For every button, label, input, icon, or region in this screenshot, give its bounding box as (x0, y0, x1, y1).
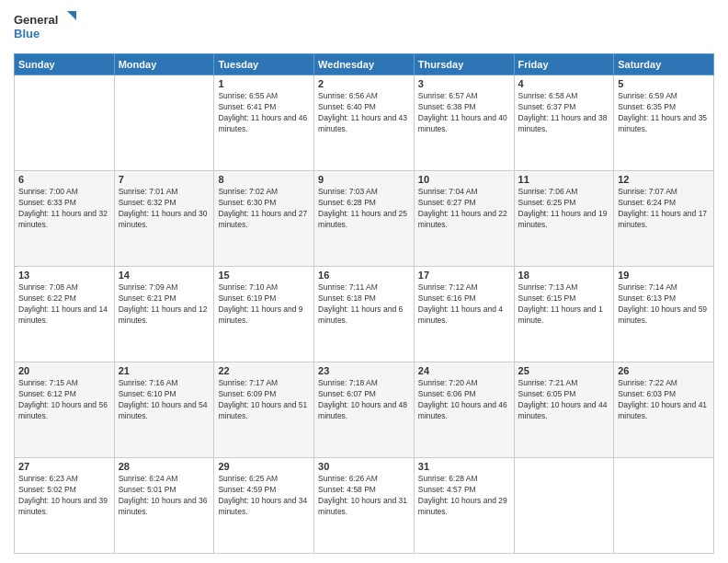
day-of-week-header: Thursday (414, 54, 514, 75)
day-number: 28 (119, 461, 210, 472)
day-info: Sunrise: 7:18 AM Sunset: 6:07 PM Dayligh… (318, 378, 410, 422)
calendar-cell: 29Sunrise: 6:25 AM Sunset: 4:59 PM Dayli… (214, 458, 314, 554)
calendar-cell: 3Sunrise: 6:57 AM Sunset: 6:38 PM Daylig… (414, 75, 514, 171)
day-info: Sunrise: 7:22 AM Sunset: 6:03 PM Dayligh… (618, 378, 710, 422)
calendar-cell: 17Sunrise: 7:12 AM Sunset: 6:16 PM Dayli… (414, 267, 514, 362)
calendar-week-row: 1Sunrise: 6:55 AM Sunset: 6:41 PM Daylig… (15, 75, 714, 171)
day-info: Sunrise: 7:06 AM Sunset: 6:25 PM Dayligh… (518, 187, 610, 231)
calendar-cell: 13Sunrise: 7:08 AM Sunset: 6:22 PM Dayli… (15, 267, 115, 362)
day-info: Sunrise: 7:08 AM Sunset: 6:22 PM Dayligh… (18, 282, 110, 327)
svg-text:General: General (14, 13, 58, 27)
calendar-cell: 14Sunrise: 7:09 AM Sunset: 6:21 PM Dayli… (114, 267, 214, 362)
calendar-cell (514, 458, 614, 554)
day-info: Sunrise: 7:13 AM Sunset: 6:15 PM Dayligh… (518, 282, 610, 327)
day-info: Sunrise: 7:15 AM Sunset: 6:12 PM Dayligh… (18, 378, 110, 422)
logo-svg: General Blue (14, 9, 78, 46)
day-number: 2 (318, 78, 410, 89)
day-number: 6 (18, 174, 110, 185)
day-info: Sunrise: 7:07 AM Sunset: 6:24 PM Dayligh… (618, 187, 710, 231)
day-number: 27 (18, 461, 110, 472)
calendar-cell: 1Sunrise: 6:55 AM Sunset: 6:41 PM Daylig… (214, 75, 314, 171)
day-info: Sunrise: 7:20 AM Sunset: 6:06 PM Dayligh… (418, 378, 510, 422)
day-number: 25 (518, 365, 610, 376)
day-number: 15 (218, 270, 310, 281)
day-number: 20 (18, 365, 110, 376)
day-info: Sunrise: 7:10 AM Sunset: 6:19 PM Dayligh… (218, 282, 310, 327)
calendar-cell: 11Sunrise: 7:06 AM Sunset: 6:25 PM Dayli… (514, 171, 614, 267)
day-number: 12 (618, 174, 710, 185)
day-number: 23 (318, 365, 410, 376)
day-number: 19 (618, 270, 710, 281)
calendar-cell: 30Sunrise: 6:26 AM Sunset: 4:58 PM Dayli… (314, 458, 415, 554)
day-info: Sunrise: 6:59 AM Sunset: 6:35 PM Dayligh… (618, 91, 710, 135)
calendar-cell: 7Sunrise: 7:01 AM Sunset: 6:32 PM Daylig… (114, 171, 214, 267)
svg-text:Blue: Blue (14, 27, 40, 40)
svg-marker-2 (67, 11, 76, 20)
day-of-week-header: Monday (114, 54, 214, 75)
day-number: 31 (418, 461, 510, 472)
calendar-header-row: SundayMondayTuesdayWednesdayThursdayFrid… (15, 54, 714, 75)
calendar-cell: 16Sunrise: 7:11 AM Sunset: 6:18 PM Dayli… (314, 267, 415, 362)
calendar-cell: 27Sunrise: 6:23 AM Sunset: 5:02 PM Dayli… (15, 458, 115, 554)
calendar-cell (114, 75, 214, 171)
calendar-cell: 19Sunrise: 7:14 AM Sunset: 6:13 PM Dayli… (614, 267, 714, 362)
day-number: 14 (119, 270, 210, 281)
calendar-week-row: 6Sunrise: 7:00 AM Sunset: 6:33 PM Daylig… (15, 171, 714, 267)
day-of-week-header: Wednesday (314, 54, 415, 75)
day-of-week-header: Friday (514, 54, 614, 75)
calendar-week-row: 13Sunrise: 7:08 AM Sunset: 6:22 PM Dayli… (15, 267, 714, 362)
calendar-cell: 25Sunrise: 7:21 AM Sunset: 6:05 PM Dayli… (514, 362, 614, 458)
day-number: 29 (218, 461, 310, 472)
calendar-cell: 10Sunrise: 7:04 AM Sunset: 6:27 PM Dayli… (414, 171, 514, 267)
day-number: 3 (418, 78, 510, 89)
day-info: Sunrise: 7:02 AM Sunset: 6:30 PM Dayligh… (218, 187, 310, 231)
day-info: Sunrise: 6:57 AM Sunset: 6:38 PM Dayligh… (418, 91, 510, 135)
calendar-cell: 24Sunrise: 7:20 AM Sunset: 6:06 PM Dayli… (414, 362, 514, 458)
day-number: 8 (218, 174, 310, 185)
calendar-cell: 26Sunrise: 7:22 AM Sunset: 6:03 PM Dayli… (614, 362, 714, 458)
day-info: Sunrise: 7:03 AM Sunset: 6:28 PM Dayligh… (318, 187, 410, 231)
day-info: Sunrise: 6:56 AM Sunset: 6:40 PM Dayligh… (318, 91, 410, 135)
calendar-cell: 31Sunrise: 6:28 AM Sunset: 4:57 PM Dayli… (414, 458, 514, 554)
calendar-table: SundayMondayTuesdayWednesdayThursdayFrid… (14, 53, 714, 554)
day-number: 24 (418, 365, 510, 376)
day-number: 9 (318, 174, 410, 185)
day-number: 16 (318, 270, 410, 281)
day-number: 10 (418, 174, 510, 185)
day-info: Sunrise: 7:21 AM Sunset: 6:05 PM Dayligh… (518, 378, 610, 422)
calendar-cell: 5Sunrise: 6:59 AM Sunset: 6:35 PM Daylig… (614, 75, 714, 171)
day-info: Sunrise: 7:17 AM Sunset: 6:09 PM Dayligh… (218, 378, 310, 422)
day-number: 5 (618, 78, 710, 89)
day-of-week-header: Sunday (15, 54, 115, 75)
day-number: 17 (418, 270, 510, 281)
calendar-cell: 9Sunrise: 7:03 AM Sunset: 6:28 PM Daylig… (314, 171, 415, 267)
day-info: Sunrise: 7:12 AM Sunset: 6:16 PM Dayligh… (418, 282, 510, 327)
calendar-cell: 2Sunrise: 6:56 AM Sunset: 6:40 PM Daylig… (314, 75, 415, 171)
day-of-week-header: Tuesday (214, 54, 314, 75)
calendar-cell: 8Sunrise: 7:02 AM Sunset: 6:30 PM Daylig… (214, 171, 314, 267)
day-info: Sunrise: 6:23 AM Sunset: 5:02 PM Dayligh… (18, 474, 110, 518)
calendar-week-row: 20Sunrise: 7:15 AM Sunset: 6:12 PM Dayli… (15, 362, 714, 458)
day-info: Sunrise: 7:11 AM Sunset: 6:18 PM Dayligh… (318, 282, 410, 327)
calendar-cell (614, 458, 714, 554)
calendar-cell: 12Sunrise: 7:07 AM Sunset: 6:24 PM Dayli… (614, 171, 714, 267)
calendar-cell: 22Sunrise: 7:17 AM Sunset: 6:09 PM Dayli… (214, 362, 314, 458)
day-number: 7 (119, 174, 210, 185)
day-info: Sunrise: 7:16 AM Sunset: 6:10 PM Dayligh… (119, 378, 210, 422)
day-info: Sunrise: 7:14 AM Sunset: 6:13 PM Dayligh… (618, 282, 710, 327)
calendar-cell: 4Sunrise: 6:58 AM Sunset: 6:37 PM Daylig… (514, 75, 614, 171)
logo: General Blue (14, 9, 78, 46)
day-info: Sunrise: 6:28 AM Sunset: 4:57 PM Dayligh… (418, 474, 510, 518)
day-number: 4 (518, 78, 610, 89)
day-of-week-header: Saturday (614, 54, 714, 75)
calendar-cell: 6Sunrise: 7:00 AM Sunset: 6:33 PM Daylig… (15, 171, 115, 267)
day-number: 26 (618, 365, 710, 376)
day-info: Sunrise: 7:04 AM Sunset: 6:27 PM Dayligh… (418, 187, 510, 231)
calendar-cell: 23Sunrise: 7:18 AM Sunset: 6:07 PM Dayli… (314, 362, 415, 458)
calendar-cell: 18Sunrise: 7:13 AM Sunset: 6:15 PM Dayli… (514, 267, 614, 362)
day-number: 22 (218, 365, 310, 376)
calendar-cell: 15Sunrise: 7:10 AM Sunset: 6:19 PM Dayli… (214, 267, 314, 362)
day-number: 18 (518, 270, 610, 281)
day-number: 11 (518, 174, 610, 185)
day-info: Sunrise: 6:25 AM Sunset: 4:59 PM Dayligh… (218, 474, 310, 518)
